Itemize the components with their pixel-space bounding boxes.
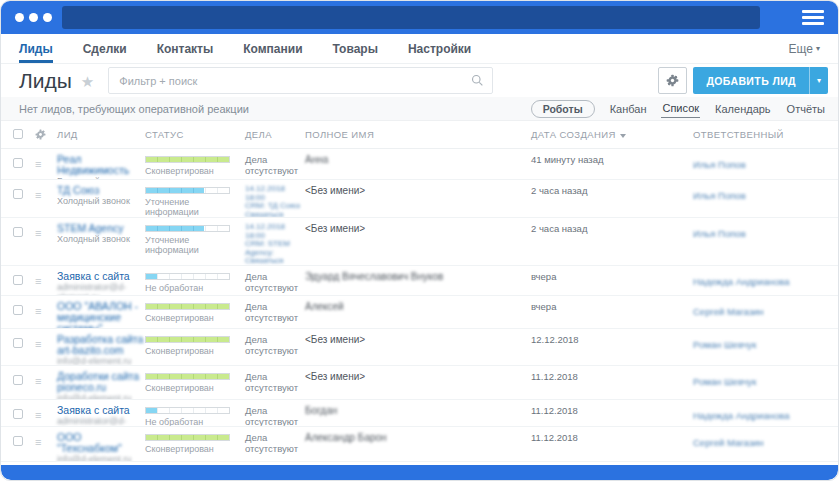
- created-date: 41 минуту назад: [531, 154, 693, 165]
- add-lead-dropdown[interactable]: ▾: [809, 67, 828, 94]
- responsible-link[interactable]: Роман Шевчук: [693, 339, 756, 350]
- lead-name-link[interactable]: Доработки сайта pioneco.ru: [57, 371, 145, 393]
- status-progress-bar: [145, 336, 230, 343]
- view-tab-reports[interactable]: Отчёты: [786, 100, 826, 118]
- table-row[interactable]: ≡ ТД Союз Холодный звонок Уточнение инфо…: [1, 180, 838, 218]
- row-menu-icon[interactable]: ≡: [35, 409, 41, 421]
- favorite-star-icon[interactable]: ★: [81, 73, 94, 91]
- full-name: Александр Барон: [305, 432, 531, 443]
- nav-tab-deals[interactable]: Сделки: [83, 34, 127, 63]
- status-progress-bar: [145, 303, 230, 310]
- activity-line[interactable]: Связаться: [245, 211, 305, 219]
- column-header-full-name[interactable]: ПОЛНОЕ ИМЯ: [305, 129, 531, 140]
- responsible-link[interactable]: Надежда Андрианова: [693, 276, 789, 287]
- column-header-lead[interactable]: ЛИД: [57, 129, 145, 140]
- browser-topbar: [1, 1, 838, 34]
- responsible-link[interactable]: Роман Шевчук: [693, 376, 756, 387]
- created-date: 11.12.2018: [531, 371, 693, 382]
- row-checkbox[interactable]: [13, 189, 23, 199]
- hamburger-menu-icon[interactable]: [802, 10, 824, 25]
- status-progress-bar: [145, 407, 230, 414]
- row-checkbox[interactable]: [13, 305, 23, 315]
- search-input[interactable]: [119, 75, 471, 87]
- activity-links: 14.12.2018 18:00CRM: ТД СоюзСвязатьсядля…: [245, 185, 305, 218]
- column-header-status[interactable]: СТАТУС: [145, 129, 245, 140]
- filter-search-box[interactable]: [108, 67, 493, 94]
- full-name: <Без имени>: [305, 371, 531, 382]
- columns-gear-icon[interactable]: [35, 129, 46, 140]
- table-row[interactable]: ≡ Заявка с сайта administrator@d-element…: [1, 266, 838, 296]
- activity-status: Дела отсутствуют: [245, 271, 305, 293]
- row-checkbox[interactable]: [13, 338, 23, 348]
- row-checkbox[interactable]: [13, 375, 23, 385]
- view-tab-calendar[interactable]: Календарь: [714, 100, 772, 118]
- status-progress-fill: [146, 435, 229, 440]
- nav-tab-contacts[interactable]: Контакты: [157, 34, 214, 63]
- lead-name-link[interactable]: STEM Agency: [57, 223, 145, 234]
- nav-tab-settings[interactable]: Настройки: [408, 34, 471, 63]
- row-menu-icon[interactable]: ≡: [35, 338, 41, 350]
- row-menu-icon[interactable]: ≡: [35, 375, 41, 387]
- created-header-label: ДАТА СОЗДАНИЯ: [531, 129, 616, 140]
- column-header-created[interactable]: ДАТА СОЗДАНИЯ: [531, 129, 693, 140]
- lead-name-link[interactable]: Разработка сайта art-bazito.com: [57, 334, 145, 356]
- more-menu[interactable]: Еще ▾: [789, 34, 820, 63]
- table-row[interactable]: ≡ ООО "Техснабком" info@d-element.ru Ско…: [1, 427, 838, 462]
- table-row[interactable]: ≡ Доработки сайта pioneco.ru info@d-elem…: [1, 366, 838, 400]
- row-menu-icon[interactable]: ≡: [35, 189, 41, 201]
- lead-name-link[interactable]: ООО "Техснабком": [57, 432, 145, 454]
- row-checkbox[interactable]: [13, 158, 23, 168]
- lead-name-link[interactable]: Заявка с сайта: [57, 405, 145, 416]
- responsible-link[interactable]: Илья Попов: [693, 159, 746, 170]
- activity-line[interactable]: 14.12.2018 18:00: [245, 185, 305, 202]
- responsible-link[interactable]: Илья Попов: [693, 190, 746, 201]
- table-row[interactable]: ≡ Разработка сайта art-bazito.com info@d…: [1, 329, 838, 366]
- responsible-link[interactable]: Сергей Магазин: [693, 306, 764, 317]
- add-lead-button[interactable]: ДОБАВИТЬ ЛИД ▾: [693, 67, 828, 94]
- row-checkbox[interactable]: [13, 275, 23, 285]
- table-row[interactable]: ≡ Заявка с сайта administrator@d-element…: [1, 400, 838, 427]
- row-checkbox[interactable]: [13, 227, 23, 237]
- activity-status: Дела отсутствуют: [245, 432, 305, 454]
- responsible-link[interactable]: Илья Попов: [693, 228, 746, 239]
- lead-name-link[interactable]: Реал Недвижимость: [57, 154, 145, 176]
- settings-gear-button[interactable]: [658, 67, 687, 94]
- lead-table-body: ≡ Реал Недвижимость Входящий звонок Скон…: [1, 149, 838, 462]
- select-all-checkbox[interactable]: [13, 129, 23, 139]
- created-date: 11.12.2018: [531, 432, 693, 443]
- table-row[interactable]: ≡ STEM Agency Холодный звонок Уточнение …: [1, 218, 838, 266]
- row-menu-icon[interactable]: ≡: [35, 275, 41, 287]
- lead-name-link[interactable]: Заявка с сайта: [57, 271, 145, 282]
- nav-tab-companies[interactable]: Компании: [243, 34, 302, 63]
- view-tab-list[interactable]: Список: [661, 99, 700, 118]
- lead-name-link[interactable]: ООО "АВАЛОН - медицинские системы": [57, 301, 145, 329]
- activity-links: 14.12.2018 18:00CRM: STEMAgency:Связатьс…: [245, 223, 305, 266]
- window-dot: [43, 13, 52, 22]
- column-header-responsible[interactable]: ОТВЕТСТВЕННЫЙ: [693, 129, 838, 140]
- row-menu-icon[interactable]: ≡: [35, 227, 41, 239]
- table-row[interactable]: ≡ ООО "АВАЛОН - медицинские системы" adm…: [1, 296, 838, 329]
- info-strip: Нет лидов, требующих оперативной реакции…: [1, 97, 838, 121]
- nav-tab-products[interactable]: Товары: [333, 34, 378, 63]
- robots-button[interactable]: Роботы: [531, 100, 595, 118]
- status-label: Сконвертирован: [145, 313, 235, 323]
- nav-tab-leads[interactable]: Лиды: [19, 34, 53, 63]
- activity-line[interactable]: 14.12.2018 18:00: [245, 223, 305, 240]
- row-checkbox[interactable]: [13, 409, 23, 419]
- search-icon: [471, 74, 484, 87]
- responsible-link[interactable]: Сергей Магазин: [693, 437, 764, 448]
- row-checkbox[interactable]: [13, 436, 23, 446]
- row-menu-icon[interactable]: ≡: [35, 436, 41, 448]
- full-name: <Без имени>: [305, 223, 531, 234]
- activity-status: Дела отсутствуют: [245, 371, 305, 393]
- responsible-link[interactable]: Надежда Андрианова: [693, 410, 789, 421]
- no-leads-message: Нет лидов, требующих оперативной реакции: [19, 103, 249, 115]
- row-menu-icon[interactable]: ≡: [35, 305, 41, 317]
- status-label: Не обработан: [145, 283, 235, 293]
- table-row[interactable]: ≡ Реал Недвижимость Входящий звонок Скон…: [1, 149, 838, 180]
- row-menu-icon[interactable]: ≡: [35, 158, 41, 170]
- column-header-activity[interactable]: ДЕЛА: [245, 129, 305, 140]
- lead-name-link[interactable]: ТД Союз: [57, 185, 145, 196]
- status-progress-bar: [145, 373, 230, 380]
- view-tab-kanban[interactable]: Канбан: [609, 100, 648, 118]
